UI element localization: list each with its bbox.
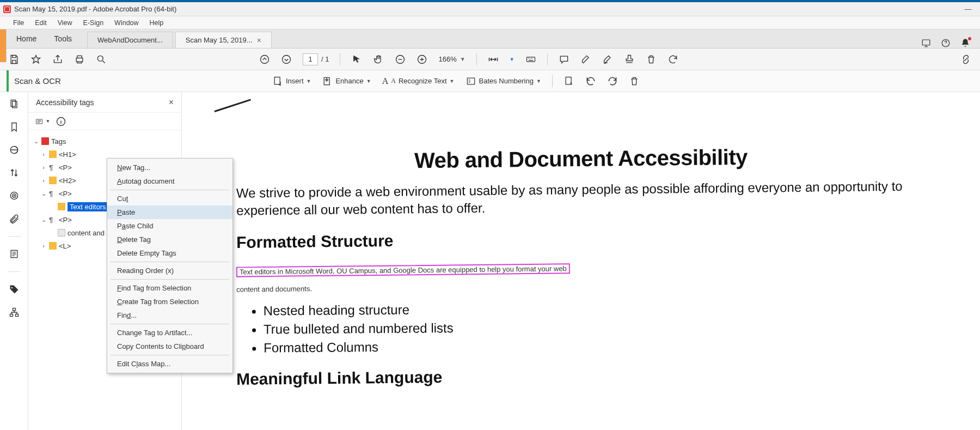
undo-icon[interactable] <box>585 76 596 87</box>
display-icon[interactable] <box>921 38 931 48</box>
menu-esign[interactable]: E-Sign <box>79 17 108 28</box>
menu-help[interactable]: Help <box>145 17 168 28</box>
context-menu[interactable]: New Tag...Autotag documentCutPastePaste … <box>107 158 233 373</box>
print-icon[interactable] <box>74 54 85 65</box>
svg-point-4 <box>261 55 269 63</box>
zoom-in-icon[interactable] <box>416 54 427 65</box>
toolbar-section-label: Scan & OCR <box>14 76 61 86</box>
comment-icon[interactable] <box>559 54 569 65</box>
save-icon[interactable] <box>9 54 20 65</box>
minimize-button[interactable]: — <box>959 4 977 15</box>
page-up-icon[interactable] <box>259 54 270 65</box>
menu-file[interactable]: File <box>9 17 28 28</box>
close-tab-icon[interactable]: × <box>257 36 261 45</box>
context-menu-item[interactable]: Edit Class Map... <box>107 357 232 371</box>
context-menu-item[interactable]: Paste Child <box>107 219 232 233</box>
menu-edit[interactable]: Edit <box>30 17 51 28</box>
svg-rect-22 <box>15 314 18 316</box>
tab-tools[interactable]: Tools <box>45 34 81 43</box>
select-tool-icon[interactable] <box>351 54 362 65</box>
svg-point-3 <box>97 56 103 61</box>
page-action-icon[interactable] <box>564 76 574 87</box>
page-number-input[interactable]: / 1 <box>303 53 329 65</box>
document-tab-bar: Home Tools WebAndDocument... Scan May 15… <box>0 29 980 49</box>
navigation-rail <box>0 92 28 430</box>
svg-rect-8 <box>526 57 535 61</box>
doc-paragraph-2: Text editors in Microsoft Word, OU Campu… <box>236 254 926 296</box>
insert-button[interactable]: Insert▼ <box>272 76 311 87</box>
context-menu-item[interactable]: Cut <box>107 192 232 205</box>
rotate-icon[interactable] <box>667 54 678 65</box>
context-menu-item[interactable]: Reading Order (x) <box>107 264 232 277</box>
page-current-field[interactable] <box>303 53 318 65</box>
search-icon[interactable] <box>96 54 107 65</box>
zoom-level-dropdown[interactable]: 166%▼ <box>438 55 465 63</box>
zoom-out-icon[interactable] <box>395 54 406 65</box>
hand-tool-icon[interactable] <box>373 54 384 65</box>
trash-icon[interactable] <box>629 76 640 87</box>
content-icon[interactable] <box>9 144 20 155</box>
svg-rect-9 <box>274 77 280 84</box>
context-menu-item[interactable]: Find Tag from Selection <box>107 281 232 295</box>
order-icon[interactable] <box>9 167 20 178</box>
doc-heading-1: Web and Document Accessibility <box>204 143 958 175</box>
doc-heading-2b: Meaningful Link Language <box>236 362 958 389</box>
svg-point-16 <box>10 192 17 199</box>
enhance-button[interactable]: Enhance▼ <box>322 76 371 87</box>
close-panel-icon[interactable]: × <box>169 98 174 107</box>
svg-rect-2 <box>76 58 83 62</box>
tab-home[interactable]: Home <box>8 34 45 43</box>
bates-numbering-button[interactable]: Bates Numbering▼ <box>465 76 541 87</box>
menu-bar: File Edit View E-Sign Window Help <box>0 16 980 29</box>
enhance-icon <box>322 76 333 87</box>
keyboard-icon[interactable] <box>525 54 536 65</box>
svg-rect-13 <box>11 100 15 107</box>
left-task-tab[interactable] <box>0 29 7 62</box>
context-menu-item[interactable]: Paste <box>107 205 232 219</box>
attachments-icon[interactable] <box>9 213 20 224</box>
context-menu-item[interactable]: Change Tag to Artifact... <box>107 326 232 340</box>
star-icon[interactable] <box>30 54 41 65</box>
thumbnails-icon[interactable] <box>9 99 20 110</box>
svg-rect-21 <box>10 314 13 316</box>
context-menu-item[interactable]: Delete Tag <box>107 233 232 246</box>
delete-icon[interactable] <box>646 54 657 65</box>
svg-rect-14 <box>12 101 16 108</box>
target-icon[interactable] <box>9 190 20 201</box>
svg-rect-20 <box>13 308 15 311</box>
context-menu-item[interactable]: New Tag... <box>107 161 232 174</box>
recognize-text-button[interactable]: AA Recognize Text▼ <box>382 76 455 86</box>
context-menu-item[interactable]: Find... <box>107 308 232 322</box>
svg-rect-11 <box>467 78 474 84</box>
info-icon[interactable] <box>56 116 66 127</box>
menu-window[interactable]: Window <box>110 17 143 28</box>
window-title: Scan May 15, 2019.pdf - Adobe Acrobat Pr… <box>14 5 176 13</box>
share-icon[interactable] <box>52 54 63 65</box>
redo-icon[interactable] <box>607 76 618 87</box>
page-down-icon[interactable] <box>281 54 292 65</box>
layers-icon[interactable] <box>9 249 20 259</box>
context-menu-item[interactable]: Create Tag from Selection <box>107 295 232 308</box>
help-icon[interactable] <box>941 38 951 48</box>
highlight-icon[interactable] <box>580 54 591 65</box>
list-item: True bulleted and numbered lists <box>264 317 958 337</box>
doc-heading-2a: Formatted Structure <box>236 226 958 252</box>
document-tab-2[interactable]: Scan May 15, 2019...× <box>175 32 272 48</box>
menu-view[interactable]: View <box>53 17 77 28</box>
document-view[interactable]: Web and Document Accessibility We strive… <box>182 92 980 430</box>
context-menu-item[interactable]: Delete Empty Tags <box>107 246 232 260</box>
link-icon[interactable] <box>960 54 971 65</box>
tags-icon[interactable] <box>9 284 20 295</box>
stamp-icon[interactable] <box>624 54 635 65</box>
context-menu-item[interactable]: Autotag document <box>107 174 232 188</box>
scan-ocr-toolbar: Scan & OCR Insert▼ Enhance▼ AA Recognize… <box>0 70 980 92</box>
structure-icon[interactable] <box>9 307 20 318</box>
bookmarks-icon[interactable] <box>9 122 20 132</box>
draw-icon[interactable] <box>602 54 613 65</box>
options-icon[interactable]: ▼ <box>36 116 50 127</box>
fit-width-icon[interactable] <box>488 54 499 65</box>
list-item: Formatted Columns <box>264 335 958 355</box>
notifications-icon[interactable] <box>960 38 970 48</box>
document-tab-1[interactable]: WebAndDocument... <box>87 32 173 48</box>
context-menu-item[interactable]: Copy Contents to Clipboard <box>107 340 232 353</box>
